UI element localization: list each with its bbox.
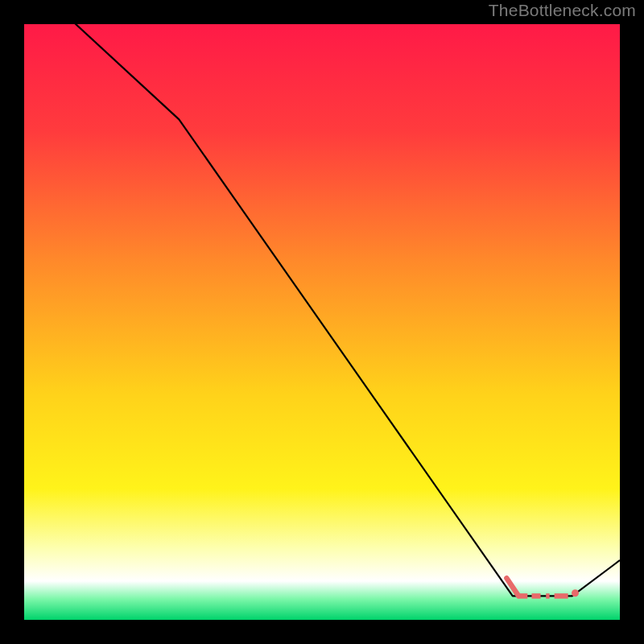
chart-container: TheBottleneck.com — [0, 0, 644, 644]
plot-area — [24, 24, 620, 620]
attribution-text: TheBottleneck.com — [489, 1, 636, 20]
chart-background — [24, 24, 620, 620]
chart-svg — [24, 24, 620, 620]
